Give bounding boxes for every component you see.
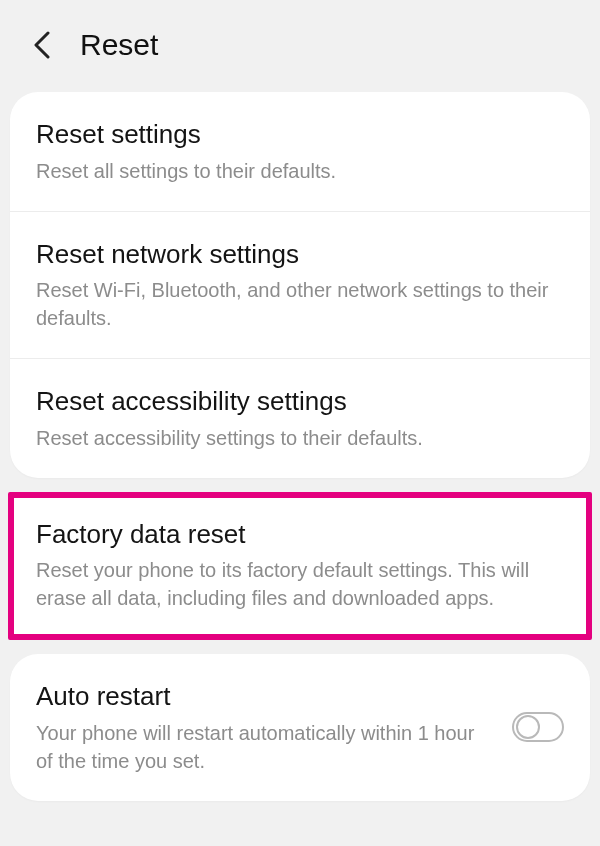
row-desc: Reset all settings to their defaults.: [36, 157, 564, 185]
auto-restart-row[interactable]: Auto restart Your phone will restart aut…: [10, 654, 590, 801]
row-desc: Reset Wi-Fi, Bluetooth, and other networ…: [36, 276, 564, 332]
row-desc: Your phone will restart automatically wi…: [36, 719, 494, 775]
reset-settings-screen: Reset Reset settings Reset all settings …: [0, 0, 600, 846]
row-title: Reset accessibility settings: [36, 385, 564, 418]
row-desc: Reset accessibility settings to their de…: [36, 424, 564, 452]
auto-restart-card: Auto restart Your phone will restart aut…: [10, 654, 590, 801]
row-title: Auto restart: [36, 680, 494, 713]
reset-accessibility-settings-row[interactable]: Reset accessibility settings Reset acces…: [10, 358, 590, 478]
back-icon[interactable]: [28, 31, 56, 59]
auto-restart-text: Auto restart Your phone will restart aut…: [36, 680, 494, 775]
row-desc: Reset your phone to its factory default …: [36, 556, 566, 612]
header-bar: Reset: [0, 0, 600, 92]
reset-settings-row[interactable]: Reset settings Reset all settings to the…: [10, 92, 590, 211]
row-title: Reset settings: [36, 118, 564, 151]
row-title: Reset network settings: [36, 238, 564, 271]
row-title: Factory data reset: [36, 518, 566, 551]
auto-restart-toggle[interactable]: [512, 712, 564, 742]
page-title: Reset: [80, 28, 158, 62]
reset-network-settings-row[interactable]: Reset network settings Reset Wi-Fi, Blue…: [10, 211, 590, 359]
reset-options-card: Reset settings Reset all settings to the…: [10, 92, 590, 478]
factory-data-reset-row[interactable]: Factory data reset Reset your phone to i…: [8, 492, 592, 641]
